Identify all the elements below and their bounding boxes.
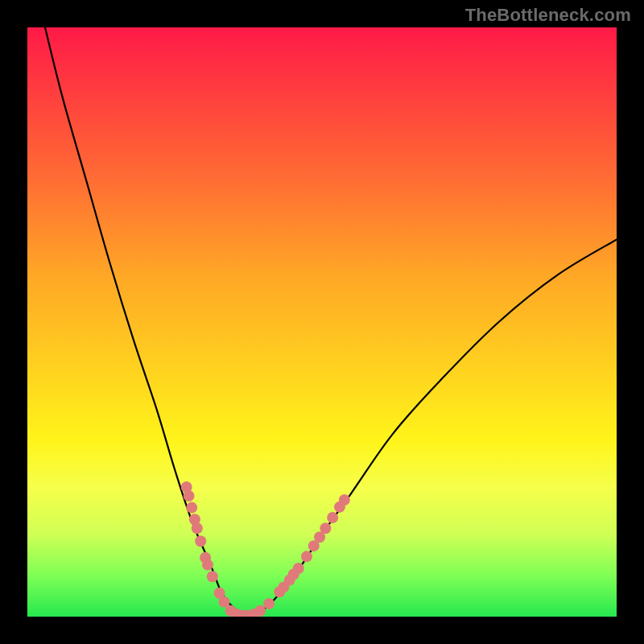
data-point-dot [254, 605, 266, 617]
data-point-dot [195, 535, 206, 547]
marker-group [181, 481, 350, 617]
data-point-dot [202, 559, 213, 571]
data-point-dot [339, 494, 350, 506]
plot-area [27, 27, 617, 617]
watermark-text: TheBottleneck.com [465, 5, 631, 26]
chart-frame: TheBottleneck.com [0, 0, 644, 644]
data-point-dot [184, 490, 195, 502]
data-point-dot [320, 522, 331, 534]
data-point-dot [293, 563, 304, 574]
data-point-dot [327, 512, 338, 523]
data-point-dot [301, 551, 312, 562]
chart-svg [27, 27, 617, 617]
data-point-dot [186, 502, 197, 514]
data-point-dot [192, 522, 203, 534]
data-point-dot [263, 598, 275, 609]
data-point-dot [207, 571, 218, 582]
